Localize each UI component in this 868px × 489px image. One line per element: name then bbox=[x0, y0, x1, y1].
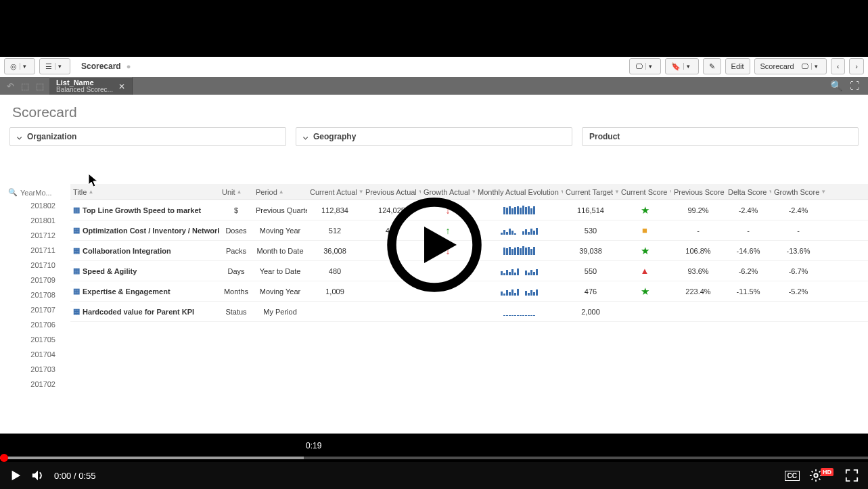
cc-button[interactable]: CC bbox=[785, 471, 800, 481]
close-icon[interactable]: ✕ bbox=[118, 82, 125, 91]
table-row[interactable]: ▦Top Line Growth Speed to market$Previou… bbox=[70, 200, 868, 220]
yearmonth-item[interactable]: 201705 bbox=[8, 332, 66, 347]
kpi-icon: ▦ bbox=[73, 226, 80, 235]
play-button[interactable] bbox=[9, 469, 22, 482]
yearmonth-item[interactable]: 201709 bbox=[8, 273, 66, 287]
yearmonth-item[interactable]: 201712 bbox=[8, 228, 66, 243]
hierarchy-icon: ⌵ bbox=[303, 132, 308, 141]
sparkline-icon bbox=[501, 286, 538, 296]
search-icon: 🔍 bbox=[8, 188, 18, 197]
yearmonth-item[interactable]: 201707 bbox=[8, 302, 66, 317]
chevron-down-icon: ▾ bbox=[811, 63, 821, 70]
yearmonth-panel: 🔍 20180220180120171220171120171020170920… bbox=[0, 184, 70, 434]
col-current-actual[interactable]: Current Actual▼ bbox=[307, 188, 363, 196]
kpi-table: Title▲ Unit▲ Period▲ Current Actual▼ Pre… bbox=[70, 184, 868, 434]
undo-icon[interactable]: ↶ bbox=[7, 81, 14, 91]
fullscreen-button[interactable] bbox=[845, 469, 859, 482]
filter-geography[interactable]: ⌵ Geography bbox=[296, 127, 572, 146]
col-current-score[interactable]: Current Score▼ bbox=[618, 188, 671, 196]
sparkline-icon bbox=[503, 205, 535, 214]
col-current-target[interactable]: Current Target▼ bbox=[563, 188, 618, 196]
chevron-left-icon: ‹ bbox=[837, 62, 840, 70]
filter-bar: ⌵ Organization ⌵ Geography Product bbox=[0, 124, 868, 152]
col-growth-score[interactable]: Growth Score▼ bbox=[771, 188, 825, 196]
yearmonth-item[interactable]: 201702 bbox=[8, 377, 66, 392]
col-title[interactable]: Title▲ bbox=[70, 188, 219, 196]
progress-thumb[interactable] bbox=[0, 454, 8, 462]
star-icon: ★ bbox=[641, 245, 649, 256]
col-previous-score[interactable]: Previous Score▼ bbox=[671, 188, 725, 196]
pencil-button[interactable]: ✎ bbox=[703, 58, 721, 74]
monitor-icon: 🖵 bbox=[801, 62, 808, 70]
yearmonth-item[interactable]: 201704 bbox=[8, 347, 66, 362]
open-tab[interactable]: List_Name Balanced Scorec... ✕ bbox=[49, 77, 133, 95]
kpi-icon: ▦ bbox=[73, 287, 80, 296]
col-delta-score[interactable]: Delta Score▼ bbox=[725, 188, 771, 196]
sort-icon: ▲ bbox=[88, 189, 93, 195]
nav-prev-button[interactable]: ‹ bbox=[831, 58, 846, 74]
crop-icon[interactable]: ⬚ bbox=[36, 81, 44, 91]
sparkline-icon bbox=[501, 266, 538, 275]
yearmonth-item[interactable]: 201708 bbox=[8, 287, 66, 302]
col-period[interactable]: Period▲ bbox=[253, 188, 307, 196]
edit-button[interactable]: Edit bbox=[725, 58, 750, 74]
svg-point-1 bbox=[814, 473, 817, 477]
sort-icon: ▲ bbox=[237, 189, 242, 195]
svg-line-8 bbox=[812, 479, 813, 480]
col-previous-actual[interactable]: Previous Actual▼ bbox=[363, 188, 421, 196]
filter-product[interactable]: Product bbox=[582, 127, 859, 146]
chevron-down-icon: ▾ bbox=[55, 63, 64, 70]
breadcrumb: Scorecard bbox=[81, 62, 121, 71]
selection-icon[interactable]: ⬚ bbox=[21, 81, 29, 91]
square-icon: ■ bbox=[642, 225, 647, 235]
col-unit[interactable]: Unit▲ bbox=[219, 188, 253, 196]
page-body: Scorecard ⌵ Organization ⌵ Geography Pro… bbox=[0, 95, 868, 434]
yearmonth-item[interactable]: 201706 bbox=[8, 317, 66, 332]
status-dot-icon: ● bbox=[127, 62, 131, 70]
yearmonth-item[interactable]: 201711 bbox=[8, 243, 66, 258]
yearmonth-item[interactable]: 201802 bbox=[8, 198, 66, 213]
chevron-down-icon: ▾ bbox=[20, 63, 29, 70]
kpi-icon: ▦ bbox=[73, 307, 80, 316]
col-growth-actual[interactable]: Growth Actual▼ bbox=[421, 188, 475, 196]
top-toolbar: ◎▾ ☰▾ Scorecard ● 🖵▾ 🔖▾ ✎ Edit Scorecard… bbox=[4, 57, 864, 76]
table-row[interactable]: ▦Collaboration IntegrationPacksMonth to … bbox=[70, 241, 868, 261]
settings-button[interactable]: HD bbox=[809, 469, 836, 482]
compass-button[interactable]: ◎▾ bbox=[4, 58, 35, 74]
table-row[interactable]: ▦Hardcoded value for Parent KPIStatusMy … bbox=[70, 302, 868, 322]
list-button[interactable]: ☰▾ bbox=[39, 58, 70, 74]
table-row[interactable]: ▦Speed & AgilityDaysYear to Date480550▲9… bbox=[70, 261, 868, 281]
list-icon: ☰ bbox=[45, 62, 52, 71]
sparkline-icon bbox=[503, 246, 535, 255]
sort-icon: ▲ bbox=[279, 189, 284, 195]
yearmonth-item[interactable]: 201801 bbox=[8, 213, 66, 228]
video-progress-bar[interactable]: 0:19 bbox=[0, 457, 868, 459]
table-row[interactable]: ▦Optimization Cost / Inventory / Network… bbox=[70, 220, 868, 241]
yearmonth-item[interactable]: 201710 bbox=[8, 258, 66, 273]
table-row[interactable]: ▦Expertise & EngagementMonthsMoving Year… bbox=[70, 281, 868, 302]
filter-organization[interactable]: ⌵ Organization bbox=[9, 127, 286, 146]
display-button[interactable]: 🖵▾ bbox=[629, 58, 661, 74]
chevron-down-icon: ▾ bbox=[683, 63, 693, 70]
yearmonth-search[interactable] bbox=[20, 189, 68, 197]
nav-next-button[interactable]: › bbox=[849, 58, 864, 74]
hover-timestamp: 0:19 bbox=[301, 439, 326, 452]
kpi-icon: ▦ bbox=[73, 206, 80, 214]
chevron-right-icon: › bbox=[855, 62, 858, 70]
bookmark-button[interactable]: 🔖▾ bbox=[665, 58, 699, 74]
search-icon[interactable]: 🔍 bbox=[830, 80, 843, 92]
svg-line-6 bbox=[812, 471, 813, 473]
fullscreen-icon[interactable]: ⛶ bbox=[850, 80, 860, 92]
compass-icon: ◎ bbox=[10, 62, 17, 71]
tab-subtitle: Balanced Scorec... bbox=[56, 87, 113, 93]
kpi-icon: ▦ bbox=[73, 266, 80, 275]
table-header: Title▲ Unit▲ Period▲ Current Actual▼ Pre… bbox=[70, 184, 868, 200]
col-monthly-evolution[interactable]: Monthly Actual Evolution▼ bbox=[475, 188, 563, 196]
sparkline-icon bbox=[503, 306, 535, 316]
volume-button[interactable] bbox=[31, 469, 45, 482]
scorecard-dropdown[interactable]: Scorecard🖵▾ bbox=[754, 58, 827, 74]
triangle-icon: ▲ bbox=[641, 266, 649, 276]
yearmonth-item[interactable]: 201703 bbox=[8, 362, 66, 377]
time-display: 0:00 / 0:55 bbox=[54, 471, 95, 481]
hierarchy-icon: ⌵ bbox=[17, 132, 22, 141]
